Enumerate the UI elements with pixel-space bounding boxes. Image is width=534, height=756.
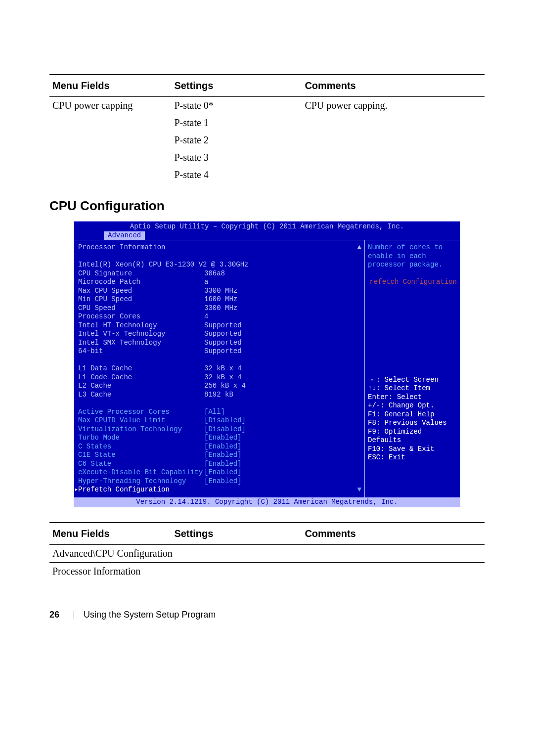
info-v-3: 1600 MHz <box>204 295 237 303</box>
cache-l-3: L3 Cache <box>78 391 204 400</box>
opt-v-7: [Enabled] <box>204 468 242 476</box>
page-footer: 26 Using the System Setup Program <box>49 610 485 620</box>
info-l-3: Min CPU Speed <box>78 295 204 304</box>
help-cmd-6: F9: Optimized Defaults <box>368 428 457 445</box>
info-l-8: Intel SMX Technology <box>78 339 204 348</box>
help-extra: refetch Configuration <box>368 278 457 287</box>
info-v-4: 3300 MHz <box>204 304 237 312</box>
th2-settings: Settings <box>171 523 302 545</box>
info-l-7: Intel VT-x Technology <box>78 330 204 339</box>
scroll-down-icon: ▼ <box>357 486 361 494</box>
info-l-2: Max CPU Speed <box>78 287 204 296</box>
section-proc-info: Processor Information <box>49 563 485 580</box>
first-settings-table: Menu Fields Settings Comments CPU power … <box>49 74 485 183</box>
opt-l-8[interactable]: Hyper-Threading Technology <box>78 477 204 486</box>
cache-l-1: L1 Code Cache <box>78 373 204 382</box>
opt-v-8: [Enabled] <box>204 477 242 485</box>
info-v-2: 3300 MHz <box>204 287 237 295</box>
opt-v-6: [Enabled] <box>204 460 242 468</box>
opt-l-4[interactable]: C States <box>78 443 204 451</box>
setting-3: P-state 3 <box>171 149 302 166</box>
th-comments: Comments <box>302 75 485 97</box>
info-v-0: 306a8 <box>204 269 225 277</box>
help-cmd-7: F10: Save & Exit <box>368 445 457 454</box>
help-cmd-5: F8: Previous Values <box>368 419 457 428</box>
cache-l-2: L2 Cache <box>78 382 204 391</box>
opt-l-1[interactable]: Max CPUID Value Limit <box>78 416 204 425</box>
th2-menu-fields: Menu Fields <box>49 523 171 545</box>
opt-v-2: [Disabled] <box>204 425 246 433</box>
bios-tab-advanced[interactable]: Advanced <box>104 231 145 240</box>
setting-2: P-state 2 <box>171 132 302 149</box>
help-cmd-8: ESC: Exit <box>368 453 457 462</box>
info-v-5: 4 <box>204 312 208 320</box>
help-line-1: enable in each <box>368 252 457 261</box>
bios-title: Aptio Setup Utility – Copyright (C) 2011… <box>74 222 460 231</box>
field-name: CPU power capping <box>49 97 171 115</box>
opt-v-3: [Enabled] <box>204 434 242 442</box>
proc-info-header: Processor Information <box>78 243 204 252</box>
setting-0: P-state 0* <box>171 97 302 115</box>
info-l-1: Microcode Patch <box>78 278 204 287</box>
cache-v-3: 8192 kB <box>204 391 233 399</box>
opt-l-0[interactable]: Active Processor Cores <box>78 408 204 417</box>
cache-v-0: 32 kB x 4 <box>204 364 242 372</box>
info-l-4: CPU Speed <box>78 304 204 313</box>
opt-l-2[interactable]: Virtualization Technology <box>78 425 204 434</box>
info-v-1: a <box>204 278 208 286</box>
th-menu-fields: Menu Fields <box>49 75 171 97</box>
setting-1: P-state 1 <box>171 114 302 132</box>
opt-v-5: [Enabled] <box>204 451 242 459</box>
help-cmd-4: F1: General Help <box>368 410 457 419</box>
second-settings-table: Menu Fields Settings Comments Advanced\C… <box>49 522 485 580</box>
bios-screen: Aptio Setup Utility – Copyright (C) 2011… <box>74 221 460 507</box>
help-cmd-2: Enter: Select <box>368 393 457 402</box>
opt-l-7[interactable]: eXecute-Disable Bit Capability <box>78 468 204 477</box>
info-l-0: CPU Signature <box>78 269 204 278</box>
help-cmd-0: →←: Select Screen <box>368 376 457 385</box>
selected-prefetch[interactable]: Prefetch Configuration <box>78 486 204 494</box>
info-v-8: Supported <box>204 339 242 347</box>
setting-4: P-state 4 <box>171 166 302 183</box>
opt-v-1: [Disabled] <box>204 416 246 424</box>
opt-l-3[interactable]: Turbo Mode <box>78 434 204 443</box>
comment: CPU power capping. <box>302 97 485 115</box>
info-l-6: Intel HT Technology <box>78 321 204 330</box>
cpu-name: Intel(R) Xeon(R) CPU E3-1230 V2 @ 3.30GH… <box>78 261 248 269</box>
help-cmd-1: ↑↓: Select Item <box>368 384 457 393</box>
help-line-2: processor package. <box>368 261 457 269</box>
help-cmd-3: +/-: Change Opt. <box>368 401 457 410</box>
help-line-0: Number of cores to <box>368 243 457 252</box>
cache-v-1: 32 kB x 4 <box>204 373 242 381</box>
cache-v-2: 256 kB x 4 <box>204 382 246 390</box>
section-path: Advanced\CPU Configuration <box>49 545 485 563</box>
section-heading: CPU Configuration <box>49 198 485 214</box>
cursor-icon: ▸ <box>74 486 78 494</box>
opt-l-5[interactable]: C1E State <box>78 451 204 460</box>
page-number: 26 <box>49 610 59 620</box>
opt-v-0: [All] <box>204 408 225 416</box>
info-v-7: Supported <box>204 330 242 338</box>
scroll-up-icon: ▲ <box>357 243 361 252</box>
bios-footer: Version 2.14.1219. Copyright (C) 2011 Am… <box>74 497 460 507</box>
info-v-6: Supported <box>204 321 242 329</box>
page-footer-text: Using the System Setup Program <box>84 610 216 620</box>
opt-l-6[interactable]: C6 State <box>78 460 204 469</box>
info-l-9: 64-bit <box>78 347 204 356</box>
cache-l-0: L1 Data Cache <box>78 364 204 373</box>
info-v-9: Supported <box>204 347 242 355</box>
th-settings: Settings <box>171 75 302 97</box>
opt-v-4: [Enabled] <box>204 443 242 450</box>
th2-comments: Comments <box>302 523 485 545</box>
info-l-5: Processor Cores <box>78 312 204 321</box>
